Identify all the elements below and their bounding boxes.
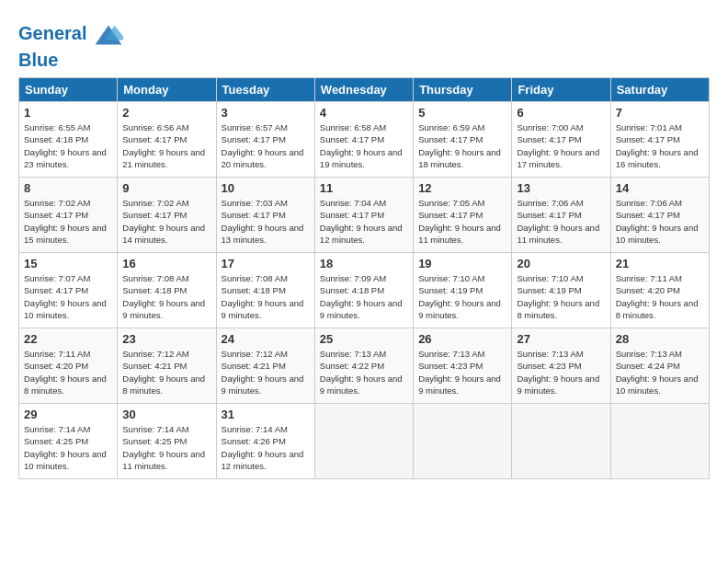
day-number: 17 [222,257,310,270]
day-info: Sunrise: 7:14 AM Sunset: 4:26 PM Dayligh… [222,423,310,472]
calendar-cell: 7 Sunrise: 7:01 AM Sunset: 4:17 PM Dayli… [610,102,709,178]
day-number: 16 [122,257,210,270]
day-number: 23 [122,332,210,346]
header: General Blue [18,17,710,70]
calendar-cell: 29 Sunrise: 7:14 AM Sunset: 4:25 PM Dayl… [19,404,118,479]
day-number: 3 [222,106,310,120]
day-info: Sunrise: 7:05 AM Sunset: 4:17 PM Dayligh… [418,197,506,246]
day-info: Sunrise: 7:10 AM Sunset: 4:19 PM Dayligh… [418,272,506,321]
calendar-week-row: 22 Sunrise: 7:11 AM Sunset: 4:20 PM Dayl… [19,328,710,404]
day-info: Sunrise: 7:03 AM Sunset: 4:17 PM Dayligh… [222,197,310,246]
calendar-cell: 24 Sunrise: 7:12 AM Sunset: 4:21 PM Dayl… [216,328,314,404]
weekday-header-row: Sunday Monday Tuesday Wednesday Thursday… [19,78,710,102]
calendar-cell: 4 Sunrise: 6:58 AM Sunset: 4:17 PM Dayli… [314,102,413,178]
calendar-cell: 25 Sunrise: 7:13 AM Sunset: 4:22 PM Dayl… [314,328,413,404]
day-number: 5 [418,106,506,120]
day-info: Sunrise: 7:04 AM Sunset: 4:17 PM Dayligh… [320,197,408,246]
calendar-cell: 10 Sunrise: 7:03 AM Sunset: 4:17 PM Dayl… [216,178,314,253]
header-saturday: Saturday [610,78,709,102]
calendar-cell: 5 Sunrise: 6:59 AM Sunset: 4:17 PM Dayli… [414,102,512,178]
calendar-cell: 17 Sunrise: 7:08 AM Sunset: 4:18 PM Dayl… [216,253,314,328]
day-info: Sunrise: 7:12 AM Sunset: 4:21 PM Dayligh… [222,348,310,396]
day-number: 25 [320,332,408,346]
day-info: Sunrise: 7:13 AM Sunset: 4:23 PM Dayligh… [517,348,605,396]
calendar-cell: 8 Sunrise: 7:02 AM Sunset: 4:17 PM Dayli… [19,178,118,253]
calendar-cell: 22 Sunrise: 7:11 AM Sunset: 4:20 PM Dayl… [19,328,118,404]
calendar-week-row: 8 Sunrise: 7:02 AM Sunset: 4:17 PM Dayli… [19,178,710,253]
calendar-cell: 9 Sunrise: 7:02 AM Sunset: 4:17 PM Dayli… [118,178,216,253]
day-info: Sunrise: 6:58 AM Sunset: 4:17 PM Dayligh… [320,121,408,170]
day-number: 28 [616,332,704,346]
day-info: Sunrise: 7:06 AM Sunset: 4:17 PM Dayligh… [517,197,605,246]
day-number: 1 [24,106,112,120]
day-number: 9 [122,181,210,195]
calendar-cell [314,404,413,479]
day-number: 31 [222,408,310,421]
calendar-cell: 26 Sunrise: 7:13 AM Sunset: 4:23 PM Dayl… [414,328,512,404]
header-monday: Monday [118,78,216,102]
day-info: Sunrise: 7:11 AM Sunset: 4:20 PM Dayligh… [616,272,704,321]
day-number: 7 [616,106,704,120]
logo-text: General [18,20,123,50]
day-info: Sunrise: 7:12 AM Sunset: 4:21 PM Dayligh… [122,348,210,396]
calendar-cell: 13 Sunrise: 7:06 AM Sunset: 4:17 PM Dayl… [512,178,610,253]
calendar-cell [610,404,709,479]
calendar-cell: 2 Sunrise: 6:56 AM Sunset: 4:17 PM Dayli… [118,102,216,178]
day-info: Sunrise: 7:08 AM Sunset: 4:18 PM Dayligh… [222,272,310,321]
day-info: Sunrise: 7:13 AM Sunset: 4:22 PM Dayligh… [320,348,408,396]
day-info: Sunrise: 6:59 AM Sunset: 4:17 PM Dayligh… [418,121,506,170]
day-number: 6 [517,106,605,120]
day-info: Sunrise: 7:13 AM Sunset: 4:24 PM Dayligh… [616,348,704,396]
day-info: Sunrise: 7:08 AM Sunset: 4:18 PM Dayligh… [122,272,210,321]
day-info: Sunrise: 6:56 AM Sunset: 4:17 PM Dayligh… [122,121,210,170]
logo: General Blue [18,20,123,70]
page-container: General Blue Sunday Monday Tuesday Wedne… [0,0,728,488]
calendar-cell: 27 Sunrise: 7:13 AM Sunset: 4:23 PM Dayl… [512,328,610,404]
day-number: 8 [24,181,112,195]
calendar-cell: 11 Sunrise: 7:04 AM Sunset: 4:17 PM Dayl… [314,178,413,253]
calendar-cell [512,404,610,479]
day-info: Sunrise: 7:11 AM Sunset: 4:20 PM Dayligh… [24,348,112,396]
day-number: 14 [616,181,704,195]
calendar-cell: 18 Sunrise: 7:09 AM Sunset: 4:18 PM Dayl… [314,253,413,328]
day-info: Sunrise: 7:14 AM Sunset: 4:25 PM Dayligh… [122,423,210,472]
day-number: 30 [122,408,210,421]
calendar-cell: 21 Sunrise: 7:11 AM Sunset: 4:20 PM Dayl… [610,253,709,328]
day-number: 12 [418,181,506,195]
day-info: Sunrise: 7:14 AM Sunset: 4:25 PM Dayligh… [24,423,112,472]
day-info: Sunrise: 6:57 AM Sunset: 4:17 PM Dayligh… [222,121,310,170]
day-info: Sunrise: 7:10 AM Sunset: 4:19 PM Dayligh… [517,272,605,321]
day-info: Sunrise: 7:02 AM Sunset: 4:17 PM Dayligh… [122,197,210,246]
header-wednesday: Wednesday [314,78,413,102]
day-info: Sunrise: 7:01 AM Sunset: 4:17 PM Dayligh… [616,121,704,170]
header-sunday: Sunday [19,78,118,102]
day-number: 11 [320,181,408,195]
day-number: 19 [418,257,506,270]
day-info: Sunrise: 7:06 AM Sunset: 4:17 PM Dayligh… [616,197,704,246]
calendar-table: Sunday Monday Tuesday Wednesday Thursday… [18,77,710,479]
calendar-cell: 15 Sunrise: 7:07 AM Sunset: 4:17 PM Dayl… [19,253,118,328]
calendar-week-row: 29 Sunrise: 7:14 AM Sunset: 4:25 PM Dayl… [19,404,710,479]
day-number: 29 [24,408,112,421]
day-info: Sunrise: 7:13 AM Sunset: 4:23 PM Dayligh… [418,348,506,396]
day-number: 24 [222,332,310,346]
calendar-cell: 28 Sunrise: 7:13 AM Sunset: 4:24 PM Dayl… [610,328,709,404]
day-number: 2 [122,106,210,120]
calendar-cell: 19 Sunrise: 7:10 AM Sunset: 4:19 PM Dayl… [414,253,512,328]
calendar-cell: 3 Sunrise: 6:57 AM Sunset: 4:17 PM Dayli… [216,102,314,178]
calendar-week-row: 1 Sunrise: 6:55 AM Sunset: 4:18 PM Dayli… [19,102,710,178]
day-info: Sunrise: 7:02 AM Sunset: 4:17 PM Dayligh… [24,197,112,246]
day-number: 21 [616,257,704,270]
day-number: 20 [517,257,605,270]
day-number: 10 [222,181,310,195]
calendar-week-row: 15 Sunrise: 7:07 AM Sunset: 4:17 PM Dayl… [19,253,710,328]
day-info: Sunrise: 7:00 AM Sunset: 4:17 PM Dayligh… [517,121,605,170]
header-tuesday: Tuesday [216,78,314,102]
calendar-cell: 31 Sunrise: 7:14 AM Sunset: 4:26 PM Dayl… [216,404,314,479]
day-number: 4 [320,106,408,120]
day-info: Sunrise: 6:55 AM Sunset: 4:18 PM Dayligh… [24,121,112,170]
calendar-cell: 30 Sunrise: 7:14 AM Sunset: 4:25 PM Dayl… [118,404,216,479]
day-info: Sunrise: 7:07 AM Sunset: 4:17 PM Dayligh… [24,272,112,321]
calendar-cell: 14 Sunrise: 7:06 AM Sunset: 4:17 PM Dayl… [610,178,709,253]
day-number: 15 [24,257,112,270]
